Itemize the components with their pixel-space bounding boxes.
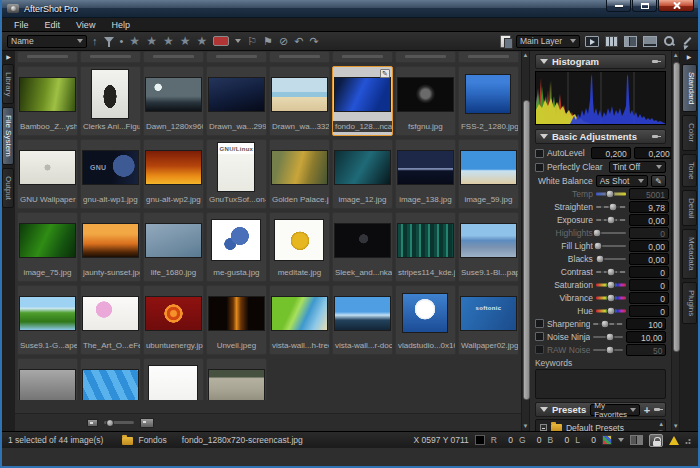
thumbnail-cell[interactable]: GNU/LinuxGnuTuxSof...on-v1.jpg <box>206 139 267 209</box>
color-label-arrow-icon[interactable] <box>235 39 241 43</box>
right-tab-tone[interactable]: Tone <box>682 154 697 187</box>
fill-light-value[interactable]: 0,00 <box>629 240 669 252</box>
color-management-icon[interactable] <box>602 435 612 445</box>
layer-select[interactable]: Main Layer <box>516 35 580 48</box>
noise-ninja-slider[interactable] <box>593 331 623 343</box>
exposure-value[interactable]: 0,00 <box>629 214 669 226</box>
sort-select[interactable]: Name <box>7 35 87 48</box>
thumbnail-cell[interactable]: ubuntuenergy.jpg <box>143 285 204 355</box>
sharpening-value[interactable]: 100 <box>626 318 666 330</box>
thumbnail-cell[interactable]: gnu-alt-wp2.jpg <box>143 139 204 209</box>
flag-finish-icon[interactable]: ⚑ <box>263 36 273 47</box>
collapse-icon[interactable] <box>540 134 548 139</box>
slider-handle[interactable] <box>605 345 614 354</box>
left-tab-output[interactable]: Output <box>2 168 14 208</box>
warning-icon[interactable] <box>669 436 679 445</box>
chevron-down-icon[interactable] <box>618 438 624 442</box>
eyedropper-icon[interactable]: ✎ <box>651 175 666 187</box>
thumbnail-cell[interactable]: me-gusta.jpg <box>206 212 267 282</box>
thumbnail-cell[interactable]: image_138.jpg <box>395 139 456 209</box>
thumbnail-cell[interactable]: stripes114_kde.jpg <box>395 212 456 282</box>
menu-view[interactable]: View <box>68 19 103 31</box>
thumbnail-cell[interactable]: Suse9.1-Bl...papers.jpg <box>458 212 519 282</box>
thumbnail-cell[interactable] <box>395 51 456 63</box>
slider-handle[interactable] <box>605 332 614 341</box>
flag-reject-icon[interactable]: ⊘ <box>279 36 288 47</box>
noise-ninja-checkbox[interactable] <box>535 332 544 341</box>
slider-handle[interactable] <box>606 306 615 315</box>
histogram-header[interactable]: Histogram <box>535 54 666 69</box>
thumbnail-cell[interactable]: image_12.jpg <box>332 139 393 209</box>
thumbnail-cell[interactable]: Dawn_1280x960.jpg <box>143 66 204 136</box>
panel-scroll-thumb[interactable] <box>673 62 680 352</box>
thumbnail-cell[interactable] <box>206 51 267 63</box>
thumbnail-cell[interactable]: jaunty-sunset.jpg <box>80 212 141 282</box>
saturation-slider[interactable] <box>596 279 626 291</box>
star-icon[interactable]: ★ <box>146 36 157 47</box>
white-balance-select[interactable]: As Shot <box>596 175 648 187</box>
pin-icon[interactable] <box>654 405 661 414</box>
expand-icon[interactable] <box>681 35 693 47</box>
slider-handle[interactable] <box>606 293 615 302</box>
thumbnail-cell[interactable]: vista-wall...r-dock.jpg <box>332 285 393 355</box>
grid-scroll-thumb[interactable] <box>523 100 530 400</box>
sharpening-checkbox[interactable] <box>535 319 544 328</box>
slider-handle[interactable] <box>593 241 602 250</box>
pin-icon[interactable] <box>652 57 661 66</box>
thumbnail-cell[interactable]: vladstudio...0x1024.jpg <box>395 285 456 355</box>
hue-value[interactable]: 0 <box>629 305 669 317</box>
slider-handle[interactable] <box>596 254 605 263</box>
scroll-up-icon[interactable]: ▲ <box>673 51 679 60</box>
slider-handle[interactable] <box>606 280 615 289</box>
preview-combo-icon[interactable] <box>643 36 657 47</box>
presets-scroll-thumb[interactable] <box>657 430 664 431</box>
star-icon[interactable]: ★ <box>129 36 140 47</box>
star-icon[interactable]: ★ <box>163 36 174 47</box>
thumbnail-cell[interactable] <box>17 358 78 400</box>
lock-icon[interactable] <box>649 434 663 447</box>
right-tab-metadata[interactable]: Metadata <box>682 229 697 278</box>
thumbnail-cell[interactable] <box>80 51 141 63</box>
thumbnail-cell[interactable] <box>143 51 204 63</box>
noise-ninja-value[interactable]: 10,00 <box>626 331 666 343</box>
raw-noise-value[interactable]: 50 <box>626 344 666 356</box>
maximize-button[interactable] <box>632 0 657 12</box>
thumbnail-cell[interactable]: Golden Palace.jpg <box>269 139 330 209</box>
pages-icon[interactable] <box>500 35 511 48</box>
menu-edit[interactable]: Edit <box>37 19 69 31</box>
scroll-down-icon[interactable]: ▼ <box>522 422 528 431</box>
minimize-button[interactable] <box>606 0 631 12</box>
slider-handle[interactable] <box>606 215 615 224</box>
left-tab-library[interactable]: Library <box>2 64 14 104</box>
right-panel-scrollbar[interactable]: ▲ ▼ <box>671 51 680 431</box>
temp-slider[interactable] <box>596 188 626 200</box>
right-tab-plugins[interactable]: Plugins <box>682 282 697 324</box>
scroll-up-icon[interactable]: ▲ <box>658 420 664 429</box>
straighten-slider[interactable] <box>596 201 626 213</box>
perfectly-clear-select[interactable]: Tint Off <box>609 161 667 173</box>
slider-handle[interactable] <box>608 202 617 211</box>
presets-header[interactable]: Presets My Favorites + <box>535 402 666 417</box>
dual-display-icon[interactable] <box>630 435 643 445</box>
thumbnail-cell[interactable]: Sleek_and...nkahn.jpg <box>332 212 393 282</box>
close-button[interactable] <box>658 0 694 12</box>
thumbnail-size-handle[interactable] <box>106 419 114 427</box>
star-icon[interactable]: ★ <box>180 36 191 47</box>
grid-scrollbar[interactable]: ▲ ▼ <box>521 51 530 431</box>
filter-funnel-icon[interactable] <box>104 36 114 47</box>
scroll-up-icon[interactable]: ▲ <box>522 51 528 60</box>
thumbnail-cell[interactable]: vista-wall...h-tree.jpg <box>269 285 330 355</box>
thumbnail-cell[interactable] <box>206 358 267 400</box>
preset-item-default-presets[interactable]: Default Presets <box>540 422 665 431</box>
thumbnail-size-slider[interactable] <box>104 421 134 424</box>
thumbnail-cell[interactable]: Clerks Ani...Figure.jpg <box>80 66 141 136</box>
thumbnail-cell[interactable] <box>17 51 78 63</box>
thumbnail-cell[interactable]: ✎fondo_128...ncast.jpg <box>332 66 393 136</box>
slider-handle[interactable] <box>606 267 615 276</box>
straighten-value[interactable]: 9,78 <box>629 201 669 213</box>
rotate-left-icon[interactable]: ↶ <box>294 36 303 47</box>
title-bar[interactable]: AfterShot Pro <box>2 0 698 18</box>
thumbnail-cell[interactable]: Suse9.1-G...apers.jpg <box>17 285 78 355</box>
thumbnail-cell[interactable]: FSS-2_1280.jpg <box>458 66 519 136</box>
thumbnail-cell[interactable]: fsfgnu.jpg <box>395 66 456 136</box>
